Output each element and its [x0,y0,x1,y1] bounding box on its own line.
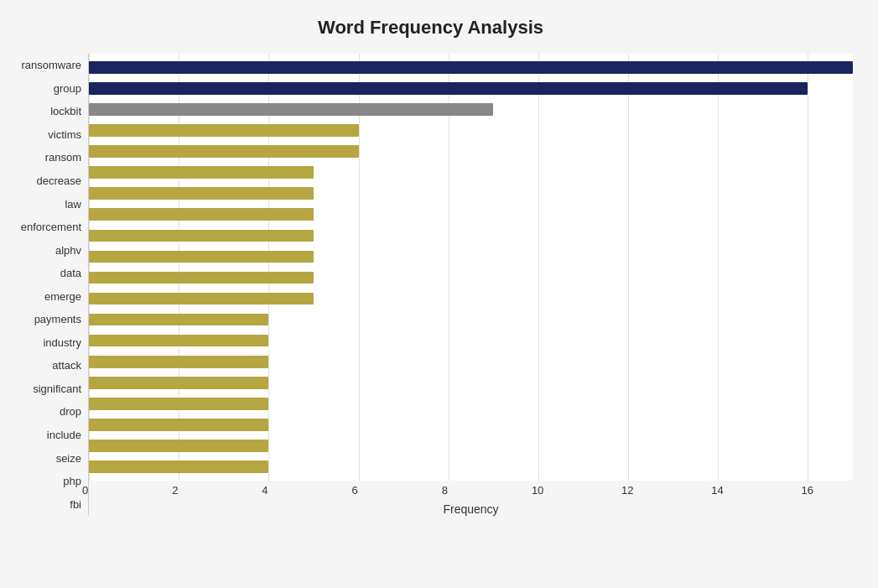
x-tick-label: 14 [711,484,723,497]
y-label: php [63,470,81,493]
y-label: victims [48,123,81,147]
bars-container [89,54,853,481]
x-axis: 0246810121416 [89,481,853,497]
bar [89,230,314,242]
bar-row [89,183,853,204]
bar-row [89,141,853,162]
y-label: fbi [70,492,81,516]
y-label: decrease [37,169,81,193]
y-label: group [54,77,81,101]
x-tick-label: 2 [172,484,178,497]
bar [89,377,268,389]
x-tick-label: 10 [532,484,543,497]
bar-row [89,289,853,310]
bar [89,335,268,347]
y-axis: ransomwaregrouplockbitvictimsransomdecre… [8,54,88,516]
bar [89,251,314,263]
bar-row [89,267,853,288]
x-axis-label: Frequency [89,502,853,516]
bar [89,145,359,158]
bar [89,124,359,137]
x-tick-label: 16 [801,484,813,497]
bar-row [89,162,853,183]
bar [89,208,314,221]
bar-row [89,372,853,393]
bar [89,356,268,368]
bar [89,461,268,473]
bar [89,314,268,326]
y-label: enforcement [21,216,81,239]
y-label: drop [60,400,81,424]
bar-row [89,225,853,246]
bar-row [89,456,853,477]
y-label: law [65,192,81,216]
bar [89,61,853,74]
bar-row [89,204,853,225]
x-tick-label: 8 [442,484,448,497]
bar [89,187,314,200]
bar-row [89,310,853,330]
bar [89,293,314,305]
bar-row [89,246,853,267]
bar-row [89,414,853,435]
bar [89,103,493,116]
grid-and-bars [89,54,853,481]
y-label: lockbit [50,100,81,123]
bar [89,272,314,284]
bar [89,440,268,452]
y-label: emerge [44,284,81,308]
y-label: alphv [55,238,81,262]
chart-container: Word Frequency Analysis ransomwaregroupl… [0,0,878,588]
bar [89,398,268,410]
y-label: ransom [45,146,81,169]
bar [89,419,268,431]
bar-row [89,57,853,78]
y-label: significant [33,377,81,401]
x-tick-label: 12 [621,484,633,497]
x-tick-label: 0 [82,484,88,497]
bar [89,82,808,95]
x-tick-label: 4 [262,484,268,497]
bar-row [89,120,853,141]
y-label: ransomware [21,54,81,77]
chart-area: ransomwaregrouplockbitvictimsransomdecre… [8,54,853,516]
y-label: seize [56,446,81,470]
bar-row [89,99,853,120]
plot-area: 0246810121416 Frequency [88,54,853,516]
x-tick-label: 6 [352,484,358,497]
bar-row [89,393,853,414]
bar-row [89,78,853,99]
y-label: attack [52,354,81,377]
y-label: data [60,262,81,285]
bar-row [89,330,853,351]
bar-row [89,435,853,456]
bar [89,166,314,179]
y-label: industry [43,331,81,355]
y-label: include [47,424,81,447]
y-label: payments [34,308,81,331]
chart-title: Word Frequency Analysis [8,17,853,39]
bar-row [89,351,853,372]
